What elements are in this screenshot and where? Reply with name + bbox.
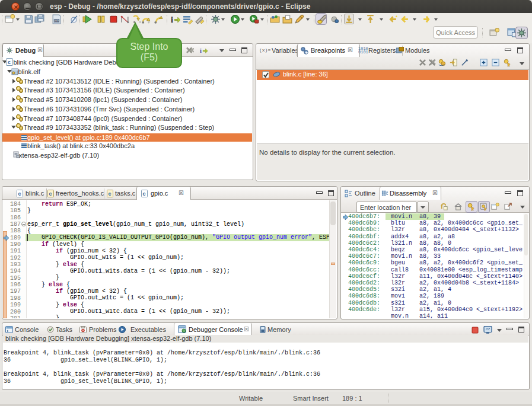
svg-text:c: c [8,59,11,65]
svg-text:010: 010 [55,20,59,23]
svg-text:i: i [171,15,173,24]
svg-text:i: i [200,47,202,54]
